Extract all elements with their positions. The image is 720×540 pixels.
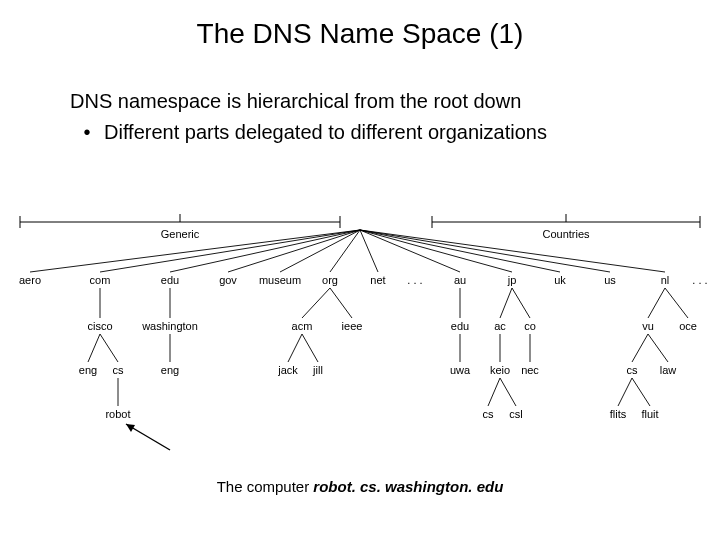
bracket-generic: Generic	[20, 214, 340, 240]
node-edu-au: edu	[451, 320, 469, 332]
node-co: co	[524, 320, 536, 332]
node-fluit: fluit	[641, 408, 658, 420]
node-jp: jp	[507, 274, 517, 286]
desc-line-2: Different parts delegated to different o…	[104, 119, 547, 146]
svg-line-28	[665, 288, 688, 318]
svg-line-11	[228, 230, 360, 272]
node-keio: keio	[490, 364, 510, 376]
svg-line-23	[330, 288, 352, 318]
node-eng-wash: eng	[161, 364, 179, 376]
svg-line-32	[288, 334, 302, 362]
svg-line-42	[618, 378, 632, 406]
bracket-countries: Countries	[432, 214, 700, 240]
node-edu: edu	[161, 274, 179, 286]
svg-line-29	[88, 334, 100, 362]
node-cs-nl: cs	[627, 364, 639, 376]
node-acm: acm	[292, 320, 313, 332]
node-law: law	[660, 364, 677, 376]
node-vu: vu	[642, 320, 654, 332]
node-uk: uk	[554, 274, 566, 286]
node-us: us	[604, 274, 616, 286]
svg-line-41	[500, 378, 516, 406]
svg-line-9	[100, 230, 360, 272]
node-ac: ac	[494, 320, 506, 332]
node-com: com	[90, 274, 111, 286]
node-cs-cisco: cs	[113, 364, 125, 376]
caption: The computer robot. cs. washington. edu	[0, 478, 720, 495]
svg-line-22	[302, 288, 330, 318]
node-robot: robot	[105, 408, 130, 420]
svg-line-38	[648, 334, 668, 362]
arrow-to-robot-icon	[126, 424, 170, 450]
svg-line-30	[100, 334, 118, 362]
description-block: DNS namespace is hierarchical from the r…	[70, 88, 660, 146]
page-title: The DNS Name Space (1)	[0, 0, 720, 50]
node-eng-cisco: eng	[79, 364, 97, 376]
label-generic: Generic	[161, 228, 200, 240]
node-cs-keio: cs	[483, 408, 495, 420]
svg-line-37	[632, 334, 648, 362]
node-nl: nl	[661, 274, 670, 286]
svg-line-27	[648, 288, 665, 318]
svg-line-16	[360, 230, 512, 272]
node-org: org	[322, 274, 338, 286]
ellipsis-1: . . .	[407, 274, 422, 286]
desc-line-1: DNS namespace is hierarchical from the r…	[70, 88, 660, 115]
svg-line-25	[500, 288, 512, 318]
svg-line-43	[632, 378, 650, 406]
svg-line-13	[330, 230, 360, 272]
svg-line-19	[360, 230, 665, 272]
node-museum: museum	[259, 274, 301, 286]
node-nec: nec	[521, 364, 539, 376]
node-washington: washington	[141, 320, 198, 332]
node-uwa: uwa	[450, 364, 471, 376]
ellipsis-2: . . .	[692, 274, 707, 286]
node-net: net	[370, 274, 385, 286]
node-ieee: ieee	[342, 320, 363, 332]
svg-line-17	[360, 230, 560, 272]
node-au: au	[454, 274, 466, 286]
caption-address: robot. cs. washington. edu	[313, 478, 503, 495]
node-oce: oce	[679, 320, 697, 332]
svg-line-33	[302, 334, 318, 362]
node-aero: aero	[19, 274, 41, 286]
node-cisco: cisco	[87, 320, 112, 332]
svg-line-40	[488, 378, 500, 406]
node-gov: gov	[219, 274, 237, 286]
node-flits: flits	[610, 408, 627, 420]
caption-prefix: The computer	[217, 478, 314, 495]
node-csl: csl	[509, 408, 522, 420]
dns-tree-diagram: Generic Countries aero com edu gov museu…	[0, 210, 720, 470]
node-jill: jill	[312, 364, 323, 376]
label-countries: Countries	[542, 228, 590, 240]
bullet-icon: •	[70, 119, 104, 146]
node-jack: jack	[277, 364, 298, 376]
svg-line-26	[512, 288, 530, 318]
